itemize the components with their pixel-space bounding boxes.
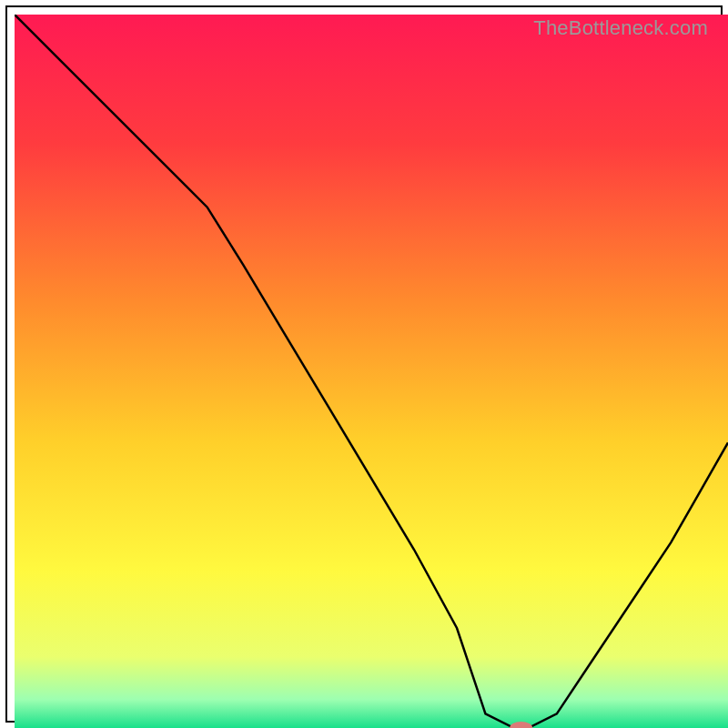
plot-area [15,15,713,713]
chart-svg [15,15,728,728]
watermark-text: TheBottleneck.com [533,16,708,40]
chart-frame: TheBottleneck.com [5,5,723,723]
